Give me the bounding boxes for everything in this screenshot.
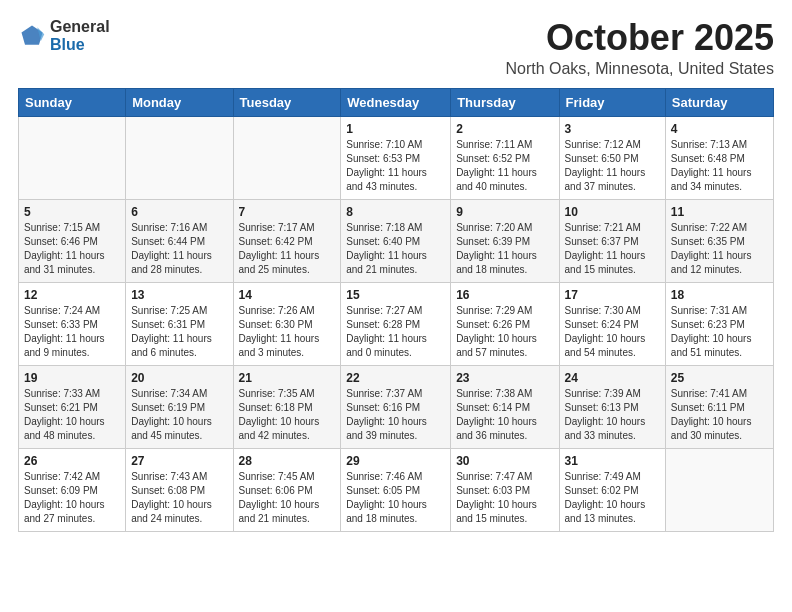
calendar-header-row: SundayMondayTuesdayWednesdayThursdayFrid…	[19, 88, 774, 116]
location-title: North Oaks, Minnesota, United States	[505, 60, 774, 78]
calendar-cell: 24Sunrise: 7:39 AM Sunset: 6:13 PM Dayli…	[559, 365, 665, 448]
calendar-cell: 31Sunrise: 7:49 AM Sunset: 6:02 PM Dayli…	[559, 448, 665, 531]
day-info: Sunrise: 7:27 AM Sunset: 6:28 PM Dayligh…	[346, 304, 445, 360]
day-info: Sunrise: 7:11 AM Sunset: 6:52 PM Dayligh…	[456, 138, 553, 194]
calendar-week-5: 26Sunrise: 7:42 AM Sunset: 6:09 PM Dayli…	[19, 448, 774, 531]
calendar-week-1: 1Sunrise: 7:10 AM Sunset: 6:53 PM Daylig…	[19, 116, 774, 199]
day-number: 15	[346, 288, 445, 302]
day-info: Sunrise: 7:46 AM Sunset: 6:05 PM Dayligh…	[346, 470, 445, 526]
logo-icon	[18, 22, 46, 50]
day-number: 30	[456, 454, 553, 468]
day-info: Sunrise: 7:18 AM Sunset: 6:40 PM Dayligh…	[346, 221, 445, 277]
day-info: Sunrise: 7:42 AM Sunset: 6:09 PM Dayligh…	[24, 470, 120, 526]
day-number: 31	[565, 454, 660, 468]
day-info: Sunrise: 7:30 AM Sunset: 6:24 PM Dayligh…	[565, 304, 660, 360]
day-header-thursday: Thursday	[451, 88, 559, 116]
day-info: Sunrise: 7:16 AM Sunset: 6:44 PM Dayligh…	[131, 221, 227, 277]
day-info: Sunrise: 7:39 AM Sunset: 6:13 PM Dayligh…	[565, 387, 660, 443]
day-header-monday: Monday	[126, 88, 233, 116]
day-info: Sunrise: 7:43 AM Sunset: 6:08 PM Dayligh…	[131, 470, 227, 526]
day-info: Sunrise: 7:13 AM Sunset: 6:48 PM Dayligh…	[671, 138, 768, 194]
month-title: October 2025	[505, 18, 774, 58]
logo-general: General	[50, 18, 110, 35]
logo-inner: General Blue	[18, 18, 110, 55]
title-section: October 2025 North Oaks, Minnesota, Unit…	[505, 18, 774, 78]
calendar-cell: 7Sunrise: 7:17 AM Sunset: 6:42 PM Daylig…	[233, 199, 341, 282]
calendar-cell: 29Sunrise: 7:46 AM Sunset: 6:05 PM Dayli…	[341, 448, 451, 531]
calendar-cell: 14Sunrise: 7:26 AM Sunset: 6:30 PM Dayli…	[233, 282, 341, 365]
logo: General Blue	[18, 18, 110, 55]
day-info: Sunrise: 7:33 AM Sunset: 6:21 PM Dayligh…	[24, 387, 120, 443]
day-info: Sunrise: 7:31 AM Sunset: 6:23 PM Dayligh…	[671, 304, 768, 360]
day-number: 14	[239, 288, 336, 302]
day-number: 10	[565, 205, 660, 219]
day-number: 29	[346, 454, 445, 468]
day-number: 8	[346, 205, 445, 219]
day-number: 9	[456, 205, 553, 219]
day-header-friday: Friday	[559, 88, 665, 116]
day-number: 28	[239, 454, 336, 468]
day-number: 19	[24, 371, 120, 385]
day-number: 11	[671, 205, 768, 219]
day-header-tuesday: Tuesday	[233, 88, 341, 116]
day-number: 1	[346, 122, 445, 136]
calendar-cell: 27Sunrise: 7:43 AM Sunset: 6:08 PM Dayli…	[126, 448, 233, 531]
calendar-cell: 4Sunrise: 7:13 AM Sunset: 6:48 PM Daylig…	[665, 116, 773, 199]
day-number: 25	[671, 371, 768, 385]
calendar-cell: 3Sunrise: 7:12 AM Sunset: 6:50 PM Daylig…	[559, 116, 665, 199]
calendar-week-3: 12Sunrise: 7:24 AM Sunset: 6:33 PM Dayli…	[19, 282, 774, 365]
day-number: 2	[456, 122, 553, 136]
calendar-cell: 8Sunrise: 7:18 AM Sunset: 6:40 PM Daylig…	[341, 199, 451, 282]
day-info: Sunrise: 7:22 AM Sunset: 6:35 PM Dayligh…	[671, 221, 768, 277]
calendar-cell: 1Sunrise: 7:10 AM Sunset: 6:53 PM Daylig…	[341, 116, 451, 199]
day-info: Sunrise: 7:17 AM Sunset: 6:42 PM Dayligh…	[239, 221, 336, 277]
day-number: 21	[239, 371, 336, 385]
calendar-cell	[19, 116, 126, 199]
day-number: 4	[671, 122, 768, 136]
day-number: 24	[565, 371, 660, 385]
calendar-cell	[233, 116, 341, 199]
calendar-cell: 15Sunrise: 7:27 AM Sunset: 6:28 PM Dayli…	[341, 282, 451, 365]
day-info: Sunrise: 7:15 AM Sunset: 6:46 PM Dayligh…	[24, 221, 120, 277]
calendar-cell: 23Sunrise: 7:38 AM Sunset: 6:14 PM Dayli…	[451, 365, 559, 448]
calendar-cell: 25Sunrise: 7:41 AM Sunset: 6:11 PM Dayli…	[665, 365, 773, 448]
calendar-cell: 2Sunrise: 7:11 AM Sunset: 6:52 PM Daylig…	[451, 116, 559, 199]
day-info: Sunrise: 7:25 AM Sunset: 6:31 PM Dayligh…	[131, 304, 227, 360]
day-number: 22	[346, 371, 445, 385]
logo-text: General Blue	[50, 18, 110, 55]
day-header-sunday: Sunday	[19, 88, 126, 116]
day-info: Sunrise: 7:24 AM Sunset: 6:33 PM Dayligh…	[24, 304, 120, 360]
day-info: Sunrise: 7:41 AM Sunset: 6:11 PM Dayligh…	[671, 387, 768, 443]
calendar-cell: 10Sunrise: 7:21 AM Sunset: 6:37 PM Dayli…	[559, 199, 665, 282]
day-number: 26	[24, 454, 120, 468]
calendar-cell	[126, 116, 233, 199]
day-number: 27	[131, 454, 227, 468]
day-info: Sunrise: 7:47 AM Sunset: 6:03 PM Dayligh…	[456, 470, 553, 526]
day-number: 12	[24, 288, 120, 302]
day-info: Sunrise: 7:10 AM Sunset: 6:53 PM Dayligh…	[346, 138, 445, 194]
day-info: Sunrise: 7:38 AM Sunset: 6:14 PM Dayligh…	[456, 387, 553, 443]
calendar-cell: 13Sunrise: 7:25 AM Sunset: 6:31 PM Dayli…	[126, 282, 233, 365]
page: General Blue October 2025 North Oaks, Mi…	[0, 0, 792, 612]
calendar-cell: 26Sunrise: 7:42 AM Sunset: 6:09 PM Dayli…	[19, 448, 126, 531]
day-info: Sunrise: 7:12 AM Sunset: 6:50 PM Dayligh…	[565, 138, 660, 194]
day-info: Sunrise: 7:35 AM Sunset: 6:18 PM Dayligh…	[239, 387, 336, 443]
calendar-cell: 17Sunrise: 7:30 AM Sunset: 6:24 PM Dayli…	[559, 282, 665, 365]
day-info: Sunrise: 7:29 AM Sunset: 6:26 PM Dayligh…	[456, 304, 553, 360]
day-header-wednesday: Wednesday	[341, 88, 451, 116]
day-number: 3	[565, 122, 660, 136]
calendar-cell: 5Sunrise: 7:15 AM Sunset: 6:46 PM Daylig…	[19, 199, 126, 282]
calendar-cell: 6Sunrise: 7:16 AM Sunset: 6:44 PM Daylig…	[126, 199, 233, 282]
day-number: 7	[239, 205, 336, 219]
day-info: Sunrise: 7:37 AM Sunset: 6:16 PM Dayligh…	[346, 387, 445, 443]
header: General Blue October 2025 North Oaks, Mi…	[18, 18, 774, 78]
day-number: 6	[131, 205, 227, 219]
calendar-cell: 18Sunrise: 7:31 AM Sunset: 6:23 PM Dayli…	[665, 282, 773, 365]
day-number: 5	[24, 205, 120, 219]
calendar-week-4: 19Sunrise: 7:33 AM Sunset: 6:21 PM Dayli…	[19, 365, 774, 448]
day-info: Sunrise: 7:21 AM Sunset: 6:37 PM Dayligh…	[565, 221, 660, 277]
calendar-cell: 28Sunrise: 7:45 AM Sunset: 6:06 PM Dayli…	[233, 448, 341, 531]
calendar-cell: 16Sunrise: 7:29 AM Sunset: 6:26 PM Dayli…	[451, 282, 559, 365]
calendar-cell: 11Sunrise: 7:22 AM Sunset: 6:35 PM Dayli…	[665, 199, 773, 282]
day-info: Sunrise: 7:34 AM Sunset: 6:19 PM Dayligh…	[131, 387, 227, 443]
